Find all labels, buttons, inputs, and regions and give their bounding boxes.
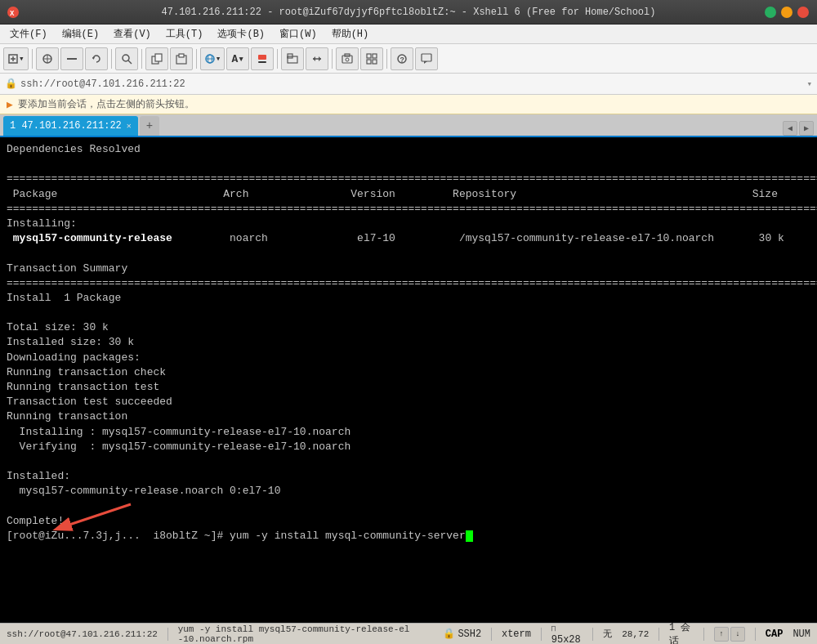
term-line-8 [7,246,810,261]
term-prompt-line: [root@iZu...7.3j,j... i8obltZ ~]# yum -y… [7,529,810,543]
toolbar-reconnect-btn[interactable] [85,47,108,70]
maximize-btn[interactable] [781,7,792,18]
xshell-icon: X [7,6,20,19]
toolbar-paste-btn[interactable] [170,47,193,70]
tabbar: 1 47.101.216.211:22 ✕ + ◀ ▶ [0,114,817,137]
toolbar-sep-5 [277,49,278,69]
term-line-18: Transaction test succeeded [7,395,810,409]
addressbar: 🔒 ssh://root@47.101.216.211:22 ▾ [0,74,817,95]
status-scroll-arrows: ↑ ↓ [714,627,745,642]
svg-line-11 [128,60,132,64]
status-info-text: yum -y install mysql57-community-release… [178,624,424,644]
status-sessions: 1 会话 [669,620,694,645]
term-line-22 [7,454,810,469]
status-cap-label: CAP [766,628,784,640]
status-sep-6 [703,628,704,641]
toolbar-comment-btn[interactable] [415,47,438,70]
toolbar-help-btn[interactable]: ? [391,47,413,70]
toolbar-screenshot-btn[interactable] [336,47,359,70]
term-line-24: mysql57-community-release.noarch 0:el7-1… [7,484,810,499]
term-line-2 [7,157,810,172]
status-dimensions: ⊓ 95x28 [551,623,583,645]
tab-prev-btn[interactable]: ◀ [783,121,797,136]
term-line-10: ========================================… [7,276,810,291]
term-line-15: Downloading packages: [7,351,810,365]
term-line-1: Dependencies Resolved [7,142,810,157]
toolbar-globe-btn[interactable]: ▾ [200,47,225,70]
window-controls [765,7,809,18]
svg-text:?: ? [400,56,404,65]
term-line-16: Running transaction check [7,365,810,380]
term-line-7: mysql57-community-release noarch el7-10 … [7,231,810,246]
toolbar-sftp-btn[interactable] [281,47,304,70]
svg-point-28 [346,58,349,61]
menu-tools[interactable]: 工具(T) [159,25,210,42]
toolbar-highlight-btn[interactable] [251,47,274,70]
svg-rect-32 [373,60,377,64]
menu-edit[interactable]: 编辑(E) [56,25,106,42]
status-position: 无 [603,628,612,640]
status-ssh-label: SSH2 [458,628,481,640]
svg-rect-8 [67,58,77,60]
menu-file[interactable]: 文件(F) [3,25,54,42]
toolbar-sep-6 [332,49,333,69]
address-text[interactable]: ssh://root@47.101.216.211:22 [20,78,803,90]
status-lock: 🔒 SSH2 [443,628,481,640]
svg-point-10 [123,55,129,61]
status-sep-4 [592,628,593,641]
toolbar-new-btn[interactable]: ▾ [3,47,29,70]
term-line-19: Running transaction [7,409,810,424]
term-line-25 [7,499,810,514]
status-position-val: 28,72 [622,629,649,639]
svg-rect-15 [179,54,184,57]
tab-nav: ◀ ▶ [783,121,814,136]
toolbar-connect-btn[interactable] [36,47,59,70]
term-line-6: Installing: [7,217,810,231]
term-line-21: Verifying : mysql57-community-release-el… [7,440,810,454]
addressbar-dropdown[interactable]: ▾ [806,78,812,89]
svg-rect-35 [422,54,431,61]
statusbar: ssh://root@47.101.216.211:22 yum -y inst… [0,623,817,644]
tab-label: 1 47.101.216.211:22 [10,120,122,132]
terminal[interactable]: Dependencies Resolved ==================… [0,137,817,623]
tab-session[interactable]: 1 47.101.216.211:22 ✕ [3,116,138,136]
tab-add-btn[interactable]: + [140,116,159,136]
menu-help[interactable]: 帮助(H) [325,25,376,42]
status-sep-2 [491,628,492,641]
term-line-17: Running transaction test [7,380,810,395]
infobar-text: 要添加当前会话，点击左侧的箭头按钮。 [18,97,194,111]
term-line-26: Complete! [7,514,810,529]
terminal-cursor [466,530,473,542]
status-ssh-url: ssh://root@47.101.216.211:22 [7,629,158,639]
close-btn[interactable] [797,7,809,18]
term-line-23: Installed: [7,469,810,484]
status-sep-5 [659,628,659,641]
toolbar-xftp-btn[interactable] [306,47,328,70]
toolbar-sep-2 [111,49,112,69]
toolbar-sep-7 [386,49,387,69]
scroll-up-btn[interactable]: ↑ [714,627,729,642]
menubar: 文件(F) 编辑(E) 查看(V) 工具(T) 选项卡(B) 窗口(W) 帮助(… [0,25,817,44]
svg-rect-19 [258,55,266,60]
toolbar-search-btn[interactable] [115,47,138,70]
tab-close-btn[interactable]: ✕ [127,121,132,131]
toolbar-sep-1 [32,49,33,69]
toolbar-disconnect-btn[interactable] [60,47,83,70]
toolbar-layout-btn[interactable] [360,47,383,70]
status-sep-3 [541,628,542,641]
menu-tabs[interactable]: 选项卡(B) [211,25,271,42]
tab-next-btn[interactable]: ▶ [799,121,814,136]
status-num-label: NUM [792,628,810,640]
svg-rect-29 [367,54,371,58]
toolbar-sep-4 [196,49,197,69]
lock-icon: 🔒 [5,78,17,90]
toolbar-font-btn[interactable]: A▾ [226,47,249,70]
term-line-3: ========================================… [7,172,810,186]
scroll-down-btn[interactable]: ↓ [730,627,745,642]
menu-window[interactable]: 窗口(W) [273,25,324,42]
toolbar-copy-btn[interactable] [145,47,168,70]
minimize-btn[interactable] [765,7,776,18]
menu-view[interactable]: 查看(V) [107,25,158,42]
infobar: ▶ 要添加当前会话，点击左侧的箭头按钮。 [0,95,817,114]
term-line-4: Package Arch Version Repository Size [7,187,810,202]
